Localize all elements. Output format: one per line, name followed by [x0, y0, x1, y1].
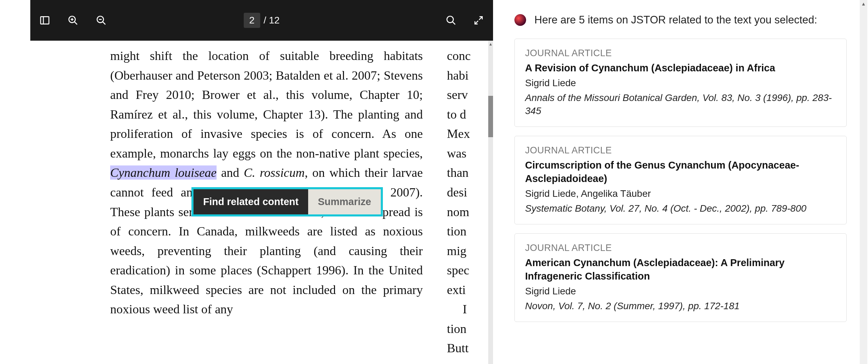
sidebar-toggle-icon[interactable] — [38, 13, 52, 27]
find-related-button[interactable]: Find related content — [194, 189, 308, 214]
svg-line-12 — [475, 21, 478, 24]
result-meta: Annals of the Missouri Botanical Garden,… — [525, 91, 836, 118]
zoom-in-icon[interactable] — [66, 13, 80, 27]
result-author: Sigrid Liede — [525, 78, 836, 89]
result-meta: Novon, Vol. 7, No. 2 (Summer, 1997), pp.… — [525, 300, 836, 313]
page-current-input[interactable]: 2 — [244, 13, 260, 28]
zoom-out-icon[interactable] — [94, 13, 108, 27]
svg-line-3 — [74, 22, 77, 24]
result-author: Sigrid Liede, Angelika Täuber — [525, 188, 836, 199]
result-meta: Systematic Botany, Vol. 27, No. 4 (Oct. … — [525, 202, 836, 215]
sidebar-header-text: Here are 5 items on JSTOR related to the… — [534, 14, 817, 26]
page-scrollbar-track[interactable]: ▲ — [488, 41, 493, 364]
svg-rect-0 — [41, 17, 49, 24]
result-title: American Cynanchum (Asclepiadaceae): A P… — [525, 256, 836, 283]
selection-popup: Find related content Summarize — [191, 187, 383, 216]
result-type-label: JOURNAL ARTICLE — [525, 48, 836, 59]
result-card[interactable]: JOURNAL ARTICLEAmerican Cynanchum (Ascle… — [514, 233, 847, 322]
sidebar-header: Here are 5 items on JSTOR related to the… — [514, 14, 847, 26]
pdf-viewer: 2 / 12 might shift the location of suita… — [0, 0, 493, 364]
paper-column-1[interactable]: might shift the location of suitable bre… — [110, 46, 423, 319]
highlighted-selection[interactable]: Cynanchum louiseae — [110, 165, 217, 180]
app-root: 2 / 12 might shift the location of suita… — [0, 0, 868, 364]
sidebar-scroll-up-arrow-icon[interactable]: ▲ — [860, 0, 867, 8]
toolbar-left-group — [38, 13, 108, 27]
svg-line-7 — [103, 22, 105, 24]
result-author: Sigrid Liede — [525, 286, 836, 297]
page-scrollbar-thumb[interactable] — [488, 96, 493, 137]
viewer-toolbar: 2 / 12 — [30, 0, 493, 41]
assistant-orb-icon — [514, 14, 526, 26]
result-title: A Revision of Cynanchum (Asclepiadaceae)… — [525, 61, 836, 75]
result-type-label: JOURNAL ARTICLE — [525, 243, 836, 253]
scroll-up-arrow-icon[interactable]: ▲ — [488, 41, 493, 48]
page-total-label: / 12 — [263, 15, 280, 26]
results-list: JOURNAL ARTICLEA Revision of Cynanchum (… — [514, 39, 847, 322]
page-area[interactable]: might shift the location of suitable bre… — [30, 41, 493, 364]
result-title: Circumscription of the Genus Cynanchum (… — [525, 159, 836, 185]
svg-point-9 — [447, 16, 453, 23]
toolbar-right-group — [444, 13, 485, 27]
result-card[interactable]: JOURNAL ARTICLEA Revision of Cynanchum (… — [514, 39, 847, 127]
svg-line-11 — [479, 17, 482, 20]
viewer-left-gutter — [0, 0, 30, 364]
result-card[interactable]: JOURNAL ARTICLECircumscription of the Ge… — [514, 136, 847, 224]
viewer-inner: 2 / 12 might shift the location of suita… — [30, 0, 493, 364]
page-indicator: 2 / 12 — [244, 13, 280, 28]
summarize-button[interactable]: Summarize — [308, 189, 381, 214]
paper-text-pre: might shift the location of suitable bre… — [110, 49, 423, 160]
sidebar-scrollbar-track[interactable]: ▲ — [860, 0, 867, 364]
related-sidebar: Here are 5 items on JSTOR related to the… — [493, 0, 868, 364]
search-icon[interactable] — [444, 13, 458, 27]
paper-column-2: conc habi serv to d Mex was than desi no… — [447, 46, 492, 358]
result-type-label: JOURNAL ARTICLE — [525, 145, 836, 156]
svg-line-10 — [452, 22, 455, 24]
fullscreen-icon[interactable] — [472, 13, 485, 27]
